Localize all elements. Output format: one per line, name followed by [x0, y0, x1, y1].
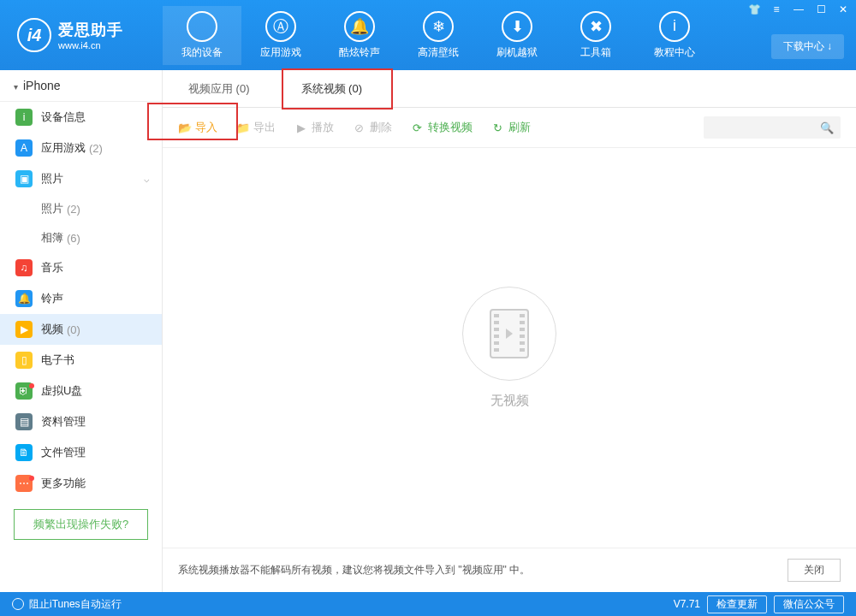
nav-ringtones[interactable]: 🔔酷炫铃声 [320, 6, 399, 65]
sidebar-item-more[interactable]: ⋯更多功能 [0, 468, 162, 499]
sidebar-item-ebooks[interactable]: ▯电子书 [0, 345, 162, 376]
play-icon: ▶ [294, 121, 307, 134]
minimize-icon[interactable]: — [791, 3, 806, 15]
sidebar-item-videos[interactable]: ▶视频(0) [0, 314, 162, 345]
footer-label: 阻止iTunes自动运行 [29, 597, 122, 612]
wechat-button[interactable]: 微信公众号 [774, 595, 844, 613]
nav-toolbox[interactable]: ✖工具箱 [556, 6, 635, 65]
version-label: V7.71 [674, 598, 700, 610]
film-icon [490, 309, 529, 358]
import-button[interactable]: 📂导入 [178, 120, 217, 135]
tab-video-app[interactable]: 视频应用 (0) [163, 70, 276, 107]
nav-label: 工具箱 [580, 45, 611, 60]
sidebar-device-header[interactable]: iPhone [0, 70, 162, 102]
sidebar-item-label: 照片 [41, 201, 63, 216]
tools-icon: ✖ [580, 11, 611, 42]
close-hint-button[interactable]: 关闭 [788, 559, 841, 582]
nav-tutorials[interactable]: i教程中心 [635, 6, 714, 65]
top-nav: 我的设备 Ⓐ应用游戏 🔔酷炫铃声 ❄高清壁纸 ⬇刷机越狱 ✖工具箱 i教程中心 [163, 0, 714, 70]
book-icon: ▯ [15, 352, 33, 369]
sidebar-item-label: 应用游戏 [41, 140, 86, 156]
sidebar-item-label: 相簿 [41, 230, 63, 246]
body: iPhone i设备信息 A应用游戏(2) ▣照片 照片(2) 相簿(6) ♫音… [0, 70, 856, 592]
refresh-icon: ↻ [491, 121, 504, 134]
logo-text: 爱思助手 www.i4.cn [58, 20, 123, 50]
btn-label: 删除 [370, 120, 392, 135]
sidebar-item-label: 虚拟U盘 [41, 383, 82, 399]
count: (6) [67, 232, 80, 245]
delete-icon: ⊘ [353, 121, 366, 134]
folder-out-icon: 📁 [236, 121, 249, 134]
close-icon[interactable]: ✕ [835, 3, 851, 15]
titlebar-controls: 👕 ≡ — ☐ ✕ [746, 3, 851, 15]
btn-label: 播放 [312, 120, 334, 135]
apple-icon [187, 11, 217, 42]
sidebar-item-label: 更多功能 [41, 476, 86, 491]
sidebar-item-ringtones[interactable]: 🔔铃声 [0, 283, 162, 314]
info-icon: i [15, 109, 33, 126]
nav-wallpapers[interactable]: ❄高清壁纸 [399, 6, 478, 65]
export-button[interactable]: 📁导出 [236, 120, 276, 135]
sidebar-item-label: 铃声 [41, 291, 63, 306]
maximize-icon[interactable]: ☐ [813, 3, 829, 15]
nav-app-games[interactable]: Ⓐ应用游戏 [241, 6, 320, 65]
app-url: www.i4.cn [58, 40, 123, 50]
sidebar-item-label: 照片 [41, 171, 63, 187]
convert-icon: ⟳ [411, 121, 424, 134]
nav-flash[interactable]: ⬇刷机越狱 [478, 6, 556, 65]
flake-icon: ❄ [423, 11, 454, 42]
sidebar-item-label: 音乐 [41, 260, 63, 275]
tabs: 视频应用 (0) 系统视频 (0) [163, 70, 856, 108]
sidebar-item-albums-sub[interactable]: 相簿(6) [0, 223, 162, 252]
sidebar-item-files[interactable]: 🗎文件管理 [0, 437, 162, 468]
count: (2) [67, 203, 80, 216]
itunes-block-toggle[interactable]: 阻止iTunes自动运行 [12, 597, 122, 612]
logo-area: i4 爱思助手 www.i4.cn [0, 0, 163, 70]
convert-button[interactable]: ⟳转换视频 [411, 120, 473, 135]
nav-label: 我的设备 [181, 45, 223, 60]
dot-icon [29, 383, 34, 388]
play-button[interactable]: ▶播放 [294, 120, 334, 135]
dot-icon [29, 476, 34, 481]
info-icon: i [659, 11, 690, 42]
logo-icon: i4 [17, 18, 51, 52]
sidebar-item-photos[interactable]: ▣照片 [0, 163, 162, 194]
sidebar-item-device-info[interactable]: i设备信息 [0, 102, 162, 133]
check-update-button[interactable]: 检查更新 [707, 595, 767, 613]
photo-icon: ▣ [15, 170, 33, 187]
btn-label: 导入 [195, 120, 217, 135]
menu-icon[interactable]: ≡ [769, 3, 784, 15]
nav-label: 酷炫铃声 [339, 45, 380, 60]
nav-label: 应用游戏 [260, 45, 301, 60]
video-icon: ▶ [15, 321, 33, 338]
toolbar: 📂导入 📁导出 ▶播放 ⊘删除 ⟳转换视频 ↻刷新 🔍 [163, 108, 856, 148]
download-center-button[interactable]: 下载中心 ↓ [771, 34, 844, 59]
box-icon: ⬇ [502, 11, 532, 42]
sidebar-item-photos-sub[interactable]: 照片(2) [0, 194, 162, 223]
tab-system-video[interactable]: 系统视频 (0) [276, 70, 389, 107]
sidebar-item-udisk[interactable]: ⛨虚拟U盘 [0, 376, 162, 406]
folder-in-icon: 📂 [178, 121, 191, 134]
count: (0) [67, 323, 80, 336]
refresh-button[interactable]: ↻刷新 [491, 120, 531, 135]
a-icon: Ⓐ [265, 11, 296, 42]
empty-state: 无视频 [163, 148, 856, 548]
nav-label: 教程中心 [654, 45, 695, 60]
nav-label: 高清壁纸 [418, 45, 459, 60]
nav-my-device[interactable]: 我的设备 [163, 6, 241, 65]
sidebar-item-app-games[interactable]: A应用游戏(2) [0, 133, 162, 163]
btn-label: 转换视频 [428, 120, 473, 135]
sidebar-item-music[interactable]: ♫音乐 [0, 252, 162, 283]
list-icon: ▤ [15, 413, 33, 430]
sidebar-item-data[interactable]: ▤资料管理 [0, 406, 162, 437]
main-panel: 视频应用 (0) 系统视频 (0) 📂导入 📁导出 ▶播放 ⊘删除 ⟳转换视频 … [163, 70, 856, 592]
search-input[interactable]: 🔍 [704, 116, 841, 139]
sidebar: iPhone i设备信息 A应用游戏(2) ▣照片 照片(2) 相簿(6) ♫音… [0, 70, 163, 592]
empty-text: 无视频 [490, 393, 529, 409]
search-icon: 🔍 [820, 121, 834, 134]
sidebar-item-label: 设备信息 [41, 110, 86, 125]
sidebar-item-label: 文件管理 [41, 445, 86, 460]
delete-button[interactable]: ⊘删除 [353, 120, 392, 135]
shirt-icon[interactable]: 👕 [746, 3, 762, 15]
help-link[interactable]: 频繁出现操作失败? [14, 509, 148, 540]
